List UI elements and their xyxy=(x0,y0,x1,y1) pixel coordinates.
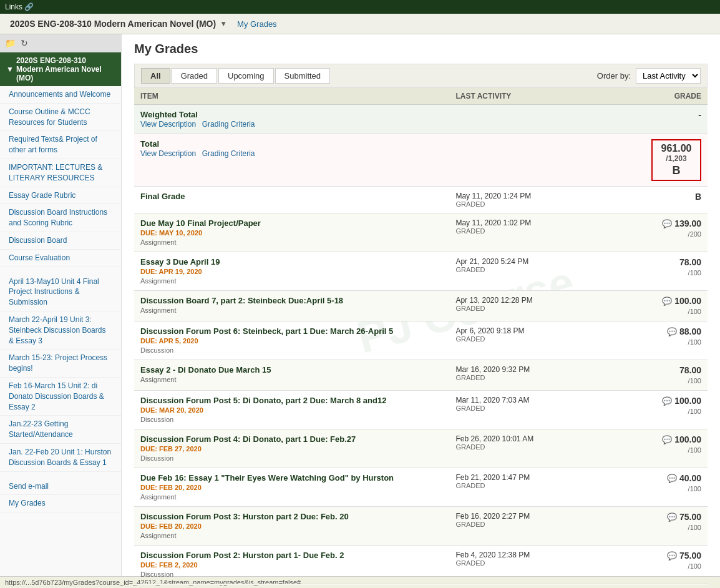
essay3-grade-cell: 78.00 /100 xyxy=(593,252,708,291)
essay2-item-cell: Essay 2 - Di Donato Due March 15 Assignm… xyxy=(134,360,449,391)
final-grade-name: Final Grade xyxy=(140,192,185,201)
db7-out-of: /100 xyxy=(688,308,701,315)
db7-item-cell: Discussion Board 7, part 2: Steinbeck Du… xyxy=(134,291,449,321)
post2-out-of: /100 xyxy=(688,562,701,570)
total-grade-cell: 961.00 /1,203 B xyxy=(593,134,708,187)
post2-status: GRADED xyxy=(455,559,586,567)
weighted-total-cell: Weighted Total View Description Grading … xyxy=(134,105,449,134)
essay2-grade-cell: 78.00 /100 xyxy=(593,360,708,391)
weighted-grading-criteria-link[interactable]: Grading Criteria xyxy=(202,120,255,129)
filter-submitted-button[interactable]: Submitted xyxy=(275,68,331,84)
final-project-item-cell: Due May 10 Final Project/Paper DUE: MAY … xyxy=(134,213,449,252)
order-by-select[interactable]: Last Activity Due Date Title xyxy=(636,68,701,84)
sidebar-nav-lectures[interactable]: IMPORTANT: LECTURES & LITERARY RESOURCES xyxy=(0,159,121,187)
post4-due: DUE: FEB 27, 2020 xyxy=(140,445,202,453)
sidebar-nav-send-email[interactable]: Send e-mail xyxy=(0,478,121,496)
course-dropdown-arrow[interactable]: ▼ xyxy=(220,19,227,28)
weighted-activity-cell xyxy=(449,105,593,134)
table-row-post6: Discussion Forum Post 6: Steinbeck, part… xyxy=(134,321,708,360)
post5-name: Discussion Forum Post 5: Di Donato, part… xyxy=(140,396,386,405)
essay1-name: Due Feb 16: Essay 1 "Their Eyes Were Wat… xyxy=(140,473,394,483)
sidebar-nav-unit3[interactable]: March 22-April 19 Unit 3: Steinbeck Disc… xyxy=(0,311,121,350)
sidebar-nav-course-eval[interactable]: Course Evaluation xyxy=(0,250,121,267)
total-score-value: 961.00 xyxy=(661,143,692,154)
col-activity: LAST ACTIVITY xyxy=(449,88,593,105)
post2-comment-icon: 💬 xyxy=(667,551,677,561)
post3-name: Discussion Forum Post 3: Hurston part 2 … xyxy=(140,512,349,521)
sidebar-section-title[interactable]: ▼ 2020S ENG-208-310 Modern American Nove… xyxy=(0,52,121,86)
total-view-desc-link[interactable]: View Description xyxy=(140,149,196,158)
post4-status: GRADED xyxy=(455,443,586,451)
getting-started-activity-cell: Jan 21, 2020 1:37 PM GRADED xyxy=(449,584,593,586)
post6-grade-cell: 💬88.00 /100 xyxy=(593,321,708,360)
getting-started-grade-cell: 3.00 /3 AVERAGE 3.00 xyxy=(593,584,708,586)
sidebar-nav-essay-grade[interactable]: Essay Grade Rubric xyxy=(0,187,121,205)
final-project-type: Assignment xyxy=(140,238,176,246)
final-project-activity-cell: May 11, 2020 1:02 PM GRADED xyxy=(449,213,593,252)
sidebar-toolbar: 📁 ↻ xyxy=(0,34,121,52)
my-grades-header-link[interactable]: My Grades xyxy=(237,19,277,29)
comment-icon: 💬 xyxy=(662,219,672,228)
sidebar-separator xyxy=(0,267,121,273)
post4-comment-icon: 💬 xyxy=(662,435,672,444)
sidebar-nav-required-texts[interactable]: Required Texts& Project of other art for… xyxy=(0,131,121,159)
post3-grade-cell: 💬75.00 /100 xyxy=(593,507,708,546)
essay2-status: GRADED xyxy=(455,374,586,381)
essay3-activity-cell: Apr 21, 2020 5:24 PM GRADED xyxy=(449,252,593,291)
essay1-item-cell: Due Feb 16: Essay 1 "Their Eyes Were Wat… xyxy=(134,468,449,507)
links-label: Links 🔗 xyxy=(5,2,34,11)
post3-due: DUE: FEB 20, 2020 xyxy=(140,522,202,530)
folder-icon[interactable]: 📁 xyxy=(5,38,16,48)
db7-name: Discussion Board 7, part 2: Steinbeck Du… xyxy=(140,296,343,305)
filter-all-button[interactable]: All xyxy=(141,68,170,84)
final-grade-status: GRADED xyxy=(455,200,586,208)
db7-comment-icon: 💬 xyxy=(662,296,672,306)
post5-status: GRADED xyxy=(455,404,586,412)
table-row-final-grade: Final Grade May 11, 2020 1:24 PM GRADED … xyxy=(134,187,708,213)
sidebar-nav-my-grades[interactable]: My Grades xyxy=(0,495,121,512)
table-row-final-project: Due May 10 Final Project/Paper DUE: MAY … xyxy=(134,213,708,252)
sidebar-nav-course-outline[interactable]: Course Outline & MCCC Resources for Stud… xyxy=(0,104,121,132)
post6-type: Discussion xyxy=(140,346,173,354)
sidebar-nav-discussion-instructions[interactable]: Discussion Board Instructions and Scorin… xyxy=(0,204,121,232)
filter-graded-button[interactable]: Graded xyxy=(172,68,217,84)
sidebar-nav-discussion-board[interactable]: Discussion Board xyxy=(0,232,121,250)
sidebar-nav-getting-started[interactable]: Jan.22-23 Getting Started/Attendance xyxy=(0,416,121,444)
total-name: Total xyxy=(140,139,159,149)
post2-activity-cell: Feb 4, 2020 12:38 PM GRADED xyxy=(449,546,593,584)
post6-name: Discussion Forum Post 6: Steinbeck, part… xyxy=(140,326,393,336)
post4-name: Discussion Forum Post 4: Di Donato, part… xyxy=(140,434,356,444)
db7-activity-cell: Apr 13, 2020 12:28 PM GRADED xyxy=(449,291,593,321)
post6-status: GRADED xyxy=(455,335,586,343)
table-row-getting-started: Getting Started: Discussion Forum Post 1… xyxy=(134,584,708,586)
sidebar-nav-unit1[interactable]: Jan. 22-Feb 20 Unit 1: Hurston Discussio… xyxy=(0,444,121,472)
table-row-total: Total View Description Grading Criteria … xyxy=(134,134,708,187)
essay1-type: Assignment xyxy=(140,493,176,501)
page-title: My Grades xyxy=(134,42,708,56)
final-grade-item-cell: Final Grade xyxy=(134,187,449,213)
sidebar-nav-unit4[interactable]: April 13-May10 Unit 4 Final Project Inst… xyxy=(0,273,121,311)
sidebar-nav-announcements[interactable]: Announcements and Welcome xyxy=(0,86,121,104)
refresh-icon[interactable]: ↻ xyxy=(21,38,28,48)
essay3-status: GRADED xyxy=(455,266,586,273)
filter-upcoming-button[interactable]: Upcoming xyxy=(218,68,274,84)
post2-name: Discussion Forum Post 2: Hurston part 1-… xyxy=(140,551,344,560)
table-row-essay3: Essay 3 Due April 19 DUE: APR 19, 2020 A… xyxy=(134,252,708,291)
total-cell: Total View Description Grading Criteria xyxy=(134,134,449,187)
post4-activity-cell: Feb 26, 2020 10:01 AM GRADED xyxy=(449,429,593,468)
total-grading-criteria-link[interactable]: Grading Criteria xyxy=(202,149,255,158)
db7-status: GRADED xyxy=(455,305,586,312)
post4-out-of: /100 xyxy=(688,446,701,454)
weighted-view-desc-link[interactable]: View Description xyxy=(140,120,196,129)
col-grade: GRADE xyxy=(593,88,708,105)
post3-comment-icon: 💬 xyxy=(667,512,677,522)
post5-item-cell: Discussion Forum Post 5: Di Donato, part… xyxy=(134,391,449,429)
db7-grade-cell: 💬100.00 /100 xyxy=(593,291,708,321)
course-title-header: 2020S ENG-208-310 Modern American Novel … xyxy=(10,19,227,29)
sidebar-nav-unit2[interactable]: Feb 16-March 15 Unit 2: di Donato Discus… xyxy=(0,378,121,416)
table-row-post4: Discussion Forum Post 4: Di Donato, part… xyxy=(134,429,708,468)
total-out-of: /1,203 xyxy=(659,154,694,163)
sidebar-nav-project[interactable]: March 15-23: Project Process begins! xyxy=(0,350,121,378)
order-by-label: Order by: xyxy=(597,71,631,81)
essay3-item-cell: Essay 3 Due April 19 DUE: APR 19, 2020 A… xyxy=(134,252,449,291)
